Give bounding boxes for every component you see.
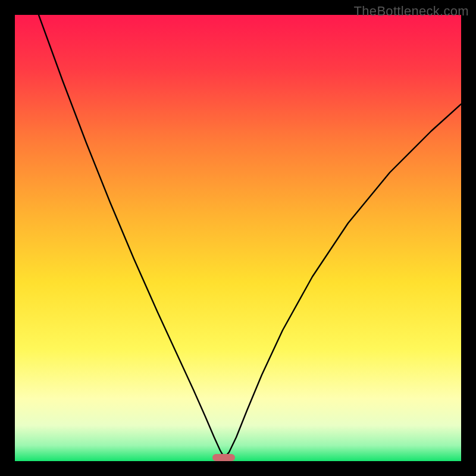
watermark-text: TheBottleneck.com [354,4,469,19]
plot-area [15,15,461,461]
optimal-marker [212,454,235,461]
outer-frame: TheBottleneck.com [0,0,476,476]
bottleneck-curve [15,15,461,461]
